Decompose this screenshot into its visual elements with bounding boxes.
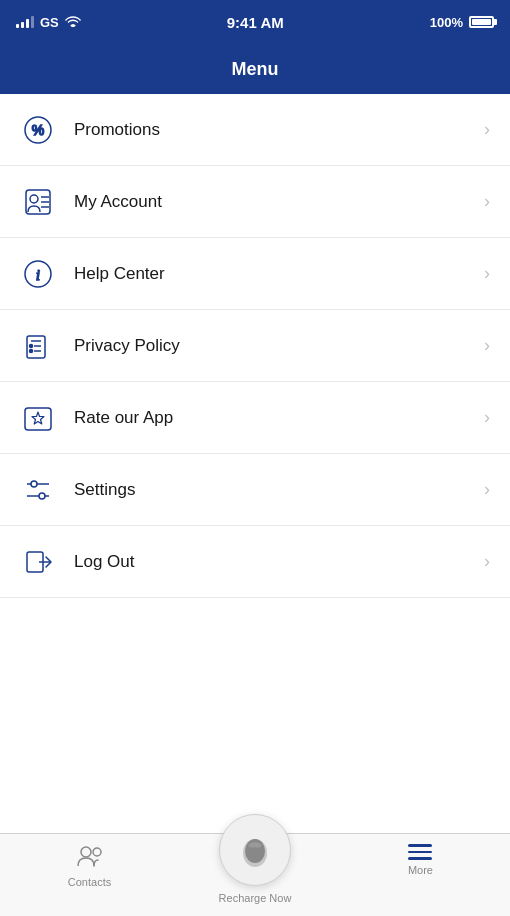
battery-percentage: 100% — [430, 15, 463, 30]
tab-more[interactable]: More — [370, 844, 470, 876]
tab-contacts[interactable]: Contacts — [40, 844, 140, 888]
menu-item-my-account[interactable]: My Account › — [0, 166, 510, 238]
help-center-label: Help Center — [74, 264, 484, 284]
carrier-label: GS — [40, 15, 59, 30]
settings-chevron: › — [484, 479, 490, 500]
status-left: GS — [16, 15, 81, 30]
svg-point-4 — [30, 195, 38, 203]
privacy-policy-icon — [20, 328, 56, 364]
rate-app-label: Rate our App — [74, 408, 484, 428]
battery-fill — [472, 19, 491, 25]
my-account-label: My Account — [74, 192, 484, 212]
my-account-icon — [20, 184, 56, 220]
svg-point-12 — [30, 344, 33, 347]
status-time: 9:41 AM — [227, 14, 284, 31]
contacts-label: Contacts — [68, 876, 111, 888]
page-header: Menu — [0, 44, 510, 94]
settings-icon — [20, 472, 56, 508]
recharge-circle — [219, 814, 291, 886]
promotions-chevron: › — [484, 119, 490, 140]
promotions-icon: % — [20, 112, 56, 148]
promotions-label: Promotions — [74, 120, 484, 140]
svg-rect-16 — [25, 408, 51, 430]
wifi-icon — [65, 15, 81, 30]
logout-chevron: › — [484, 551, 490, 572]
svg-marker-17 — [32, 412, 44, 424]
status-right: 100% — [430, 15, 494, 30]
svg-point-24 — [81, 847, 91, 857]
logout-icon — [20, 544, 56, 580]
recharge-label: Recharge Now — [219, 892, 292, 904]
logout-label: Log Out — [74, 552, 484, 572]
signal-icon — [16, 16, 34, 28]
menu-item-settings[interactable]: Settings › — [0, 454, 510, 526]
svg-point-19 — [31, 481, 37, 487]
contacts-icon — [76, 844, 104, 872]
svg-point-14 — [30, 349, 33, 352]
menu-item-promotions[interactable]: % Promotions › — [0, 94, 510, 166]
settings-label: Settings — [74, 480, 484, 500]
page-title: Menu — [232, 59, 279, 80]
tab-bar: Contacts Recharge Now More — [0, 833, 510, 916]
tab-recharge[interactable]: Recharge Now — [219, 814, 292, 904]
rate-app-icon — [20, 400, 56, 436]
rate-app-chevron: › — [484, 407, 490, 428]
privacy-policy-label: Privacy Policy — [74, 336, 484, 356]
menu-list: % Promotions › My Account › i — [0, 94, 510, 598]
privacy-policy-chevron: › — [484, 335, 490, 356]
status-bar: GS 9:41 AM 100% — [0, 0, 510, 44]
help-center-icon: i — [20, 256, 56, 292]
more-icon — [408, 844, 432, 860]
menu-item-rate-app[interactable]: Rate our App › — [0, 382, 510, 454]
battery-icon — [469, 16, 494, 28]
svg-text:i: i — [36, 267, 40, 282]
svg-point-25 — [93, 848, 101, 856]
menu-item-log-out[interactable]: Log Out › — [0, 526, 510, 598]
more-label: More — [408, 864, 433, 876]
svg-text:%: % — [32, 122, 44, 138]
svg-point-21 — [39, 493, 45, 499]
help-center-chevron: › — [484, 263, 490, 284]
menu-item-help-center[interactable]: i Help Center › — [0, 238, 510, 310]
my-account-chevron: › — [484, 191, 490, 212]
menu-item-privacy-policy[interactable]: Privacy Policy › — [0, 310, 510, 382]
svg-point-0 — [72, 24, 74, 26]
